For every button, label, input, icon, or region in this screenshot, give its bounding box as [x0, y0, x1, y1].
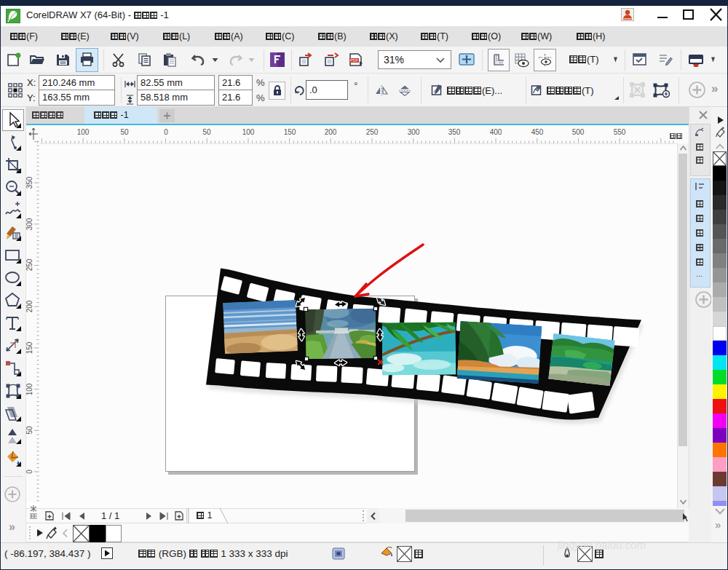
svg-text:50: 50 — [120, 128, 129, 136]
svg-text:100: 100 — [242, 128, 255, 136]
svg-text:500: 500 — [572, 128, 585, 136]
svg-text:300: 300 — [408, 128, 420, 136]
svg-text:100: 100 — [77, 128, 90, 136]
svg-text:350: 350 — [448, 128, 461, 136]
svg-text:550: 550 — [614, 128, 626, 136]
svg-text:50: 50 — [202, 128, 211, 136]
svg-text:250: 250 — [25, 258, 33, 271]
svg-text:150: 150 — [284, 128, 296, 136]
svg-text:50: 50 — [25, 426, 33, 435]
svg-text:0: 0 — [164, 128, 168, 136]
svg-text:150: 150 — [25, 341, 33, 354]
svg-text:300: 300 — [25, 218, 33, 230]
svg-text:250: 250 — [366, 128, 379, 136]
svg-text:200: 200 — [25, 300, 33, 312]
svg-text:0: 0 — [25, 470, 33, 474]
svg-text:350: 350 — [25, 176, 33, 189]
svg-text:100: 100 — [25, 383, 33, 395]
svg-text:400: 400 — [490, 128, 502, 136]
svg-text:200: 200 — [325, 128, 337, 136]
svg-text:450: 450 — [531, 128, 544, 136]
